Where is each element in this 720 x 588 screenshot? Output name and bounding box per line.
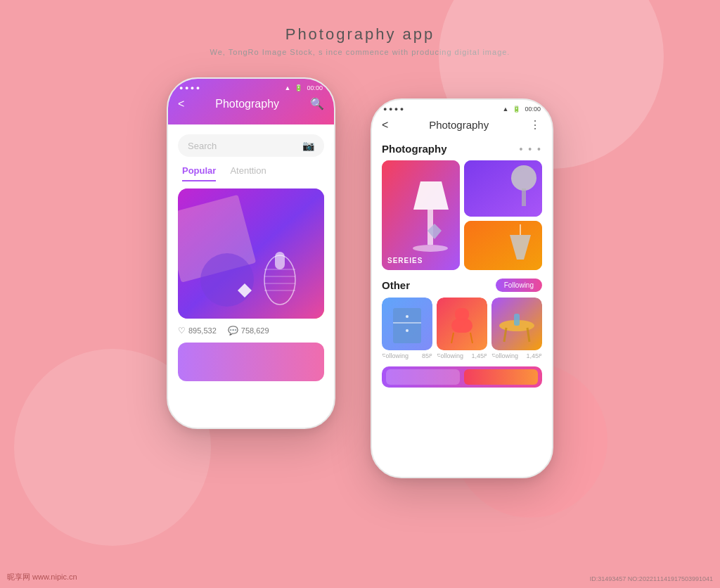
- camera-icon[interactable]: 📷: [302, 140, 314, 151]
- chair-icon: [441, 301, 483, 347]
- svg-point-23: [406, 315, 409, 318]
- svg-rect-21: [393, 308, 421, 343]
- phone1-title: Photography: [215, 98, 279, 110]
- battery-icon-2: 🔋: [513, 106, 520, 113]
- thumb-label-1: Following 858: [382, 352, 432, 359]
- watermark-right: ID:31493457 NO:202211141917503991041: [590, 575, 713, 582]
- photography-section-title: Photography: [382, 143, 447, 155]
- photo-thumb-2[interactable]: Following 1,458: [437, 298, 487, 359]
- photo-thumb-1[interactable]: Following 858: [382, 298, 432, 359]
- bottom-bar: [382, 366, 542, 388]
- svg-rect-9: [275, 252, 285, 269]
- thumb-image-2: [437, 298, 487, 350]
- lamp-artwork-1: [382, 160, 460, 270]
- phone2-content: Photography • • •: [372, 137, 552, 393]
- svg-point-2: [200, 253, 254, 307]
- series-label: SEREIES: [387, 257, 423, 264]
- svg-rect-32: [514, 314, 520, 326]
- thumb-label-3: Following 1,458: [491, 352, 542, 359]
- wifi-icon: ▲: [285, 84, 291, 91]
- comments-count: 💬 758,629: [228, 326, 269, 335]
- watermark-left: 昵享网 www.nipic.cn: [7, 572, 77, 582]
- photo-cell-series[interactable]: SEREIES: [382, 160, 460, 270]
- status-dots: ● ● ● ●: [179, 84, 200, 91]
- svg-rect-10: [382, 160, 460, 270]
- phone1-back-button[interactable]: <: [178, 98, 184, 110]
- svg-line-31: [527, 328, 529, 342]
- phone2-status-bar: ● ● ● ● ▲ 🔋 00:00: [372, 100, 552, 115]
- phone2-menu-icon[interactable]: ⋮: [529, 118, 542, 132]
- phone-1: ● ● ● ● ▲ 🔋 00:00 < Photography 🔍 Search…: [167, 77, 335, 429]
- phone1-content: Search 📷 Popular Atenttion: [168, 124, 334, 381]
- main-card-inner: [178, 188, 324, 319]
- tabs-container: Popular Atenttion: [168, 157, 334, 181]
- svg-rect-18: [464, 221, 542, 270]
- phone1-status-bar: ● ● ● ● ▲ 🔋 00:00: [168, 79, 334, 94]
- following-button[interactable]: Following: [496, 279, 542, 292]
- other-section-title: Other: [382, 279, 410, 291]
- table-icon: [496, 301, 538, 347]
- search-bar[interactable]: Search 📷: [178, 134, 324, 157]
- tab-popular[interactable]: Popular: [182, 165, 216, 181]
- svg-point-13: [413, 245, 448, 252]
- thumb-image-1: [382, 298, 432, 350]
- likes-number: 895,532: [188, 326, 217, 335]
- svg-line-30: [504, 328, 506, 342]
- photos-row: Following 858: [382, 298, 542, 359]
- photography-grid: SEREIES: [382, 160, 542, 270]
- phone2-back-button[interactable]: <: [382, 119, 388, 132]
- lamp-artwork-3: [464, 221, 542, 270]
- status-dots-2: ● ● ● ●: [383, 106, 404, 113]
- comment-icon: 💬: [228, 326, 238, 335]
- svg-point-24: [406, 329, 409, 332]
- comments-number: 758,629: [241, 326, 269, 335]
- main-photo-card[interactable]: [178, 188, 324, 319]
- likes-row: ♡ 895,532 💬 758,629: [168, 319, 334, 335]
- thumb-image-3: [491, 298, 542, 350]
- thumb-label-2: Following 1,458: [437, 352, 487, 359]
- svg-point-16: [511, 165, 536, 191]
- lamp-artwork-2: [464, 160, 542, 217]
- phone1-header: ● ● ● ● ▲ 🔋 00:00 < Photography 🔍: [168, 79, 334, 124]
- likes-count: ♡ 895,532: [178, 326, 217, 335]
- svg-line-28: [470, 333, 472, 343]
- tab-attention[interactable]: Atenttion: [230, 165, 266, 181]
- photo-cell-lamp2[interactable]: [464, 160, 542, 217]
- phone2-nav: < Photography ⋮: [372, 115, 552, 137]
- battery-icon: 🔋: [295, 84, 302, 91]
- photo-thumb-3[interactable]: Following 1,458: [491, 298, 542, 359]
- svg-rect-26: [455, 308, 469, 321]
- bottom-gradient-card: [178, 343, 324, 381]
- section-more-dots[interactable]: • • •: [520, 143, 542, 155]
- phone1-search-icon[interactable]: 🔍: [310, 97, 324, 110]
- heart-icon: ♡: [178, 326, 186, 335]
- wifi-icon-2: ▲: [503, 106, 509, 113]
- phone1-nav: < Photography 🔍: [168, 94, 334, 116]
- other-section-header: Other Following: [382, 279, 542, 292]
- phone-2: ● ● ● ● ▲ 🔋 00:00 < Photography ⋮ Photog…: [371, 98, 553, 478]
- svg-line-27: [451, 333, 454, 343]
- phone2-title: Photography: [429, 119, 489, 131]
- photo-cell-lamp3[interactable]: [464, 221, 542, 270]
- svg-rect-17: [522, 188, 526, 206]
- battery-time: 00:00: [307, 84, 323, 91]
- photography-section-header: Photography • • •: [382, 143, 542, 155]
- card-artwork: [178, 188, 324, 319]
- svg-rect-22: [393, 322, 421, 324]
- search-placeholder: Search: [188, 141, 217, 151]
- battery-time-2: 00:00: [525, 106, 541, 113]
- cabinet-icon: [386, 301, 428, 347]
